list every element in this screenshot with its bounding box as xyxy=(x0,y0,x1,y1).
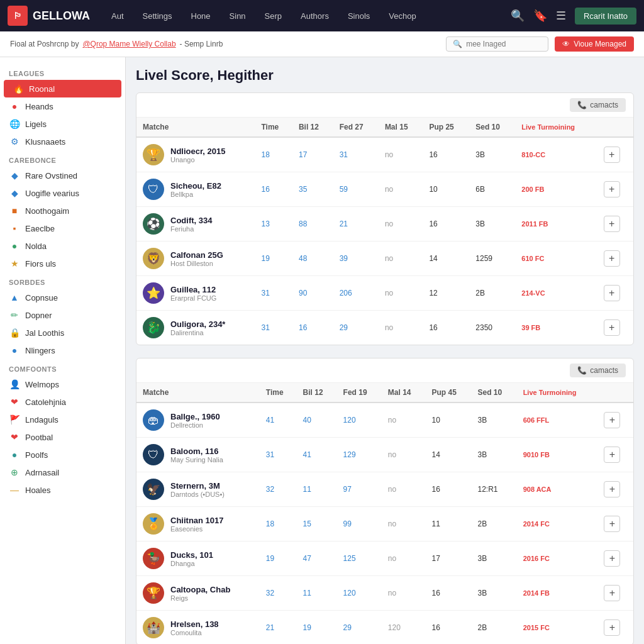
bookmark-icon-btn[interactable]: 🔖 xyxy=(533,9,547,23)
search-icon-btn[interactable]: 🔍 xyxy=(511,9,525,23)
sidebar-label: Eaeclbe xyxy=(25,224,55,233)
team-logo-6: 🏰 xyxy=(143,617,164,638)
cell-match-3: 🦁 Calfonan 25G Host Dilleston xyxy=(136,242,255,276)
team-logo-4: ⭐ xyxy=(143,282,164,304)
add-button-3[interactable]: + xyxy=(604,250,620,267)
cell-pup-5: 16 xyxy=(426,576,472,611)
add-button-3[interactable]: + xyxy=(604,516,620,532)
sidebar-item-copnsue[interactable]: ▲ Copnsue xyxy=(0,289,125,306)
add-button-4[interactable]: + xyxy=(604,550,620,567)
cell-time-3: 18 xyxy=(260,507,297,541)
table-row: ⭐ Guillea, 112 Erarpral FCUG 31 90 206 n… xyxy=(136,276,633,311)
sidebar-item-adrnasail[interactable]: ⊕ Adrnasail xyxy=(0,464,125,481)
add-button-5[interactable]: + xyxy=(604,319,620,336)
view-managed-button[interactable]: 👁 Vioue Menaged xyxy=(555,36,634,52)
sidebar-item-hoales[interactable]: — Hoales xyxy=(0,481,125,499)
match-name-3: Calfonan 25G xyxy=(170,250,223,260)
sidebar-item-nlingers[interactable]: ● Nlingers xyxy=(0,341,125,359)
nav-serp[interactable]: Serp xyxy=(261,9,286,23)
cell-add-4[interactable]: + xyxy=(597,541,633,576)
nav-settings[interactable]: Settings xyxy=(139,9,176,23)
sub-link[interactable]: @Qrop Mame Wielly Collab xyxy=(82,40,175,48)
sidebar-label: Nolda xyxy=(25,242,47,251)
add-button-0[interactable]: + xyxy=(604,412,620,428)
sidebar-item-uogifle[interactable]: ◆ Uogifle vearius xyxy=(0,184,125,202)
sidebar-label: Nlingers xyxy=(25,346,55,355)
sidebar-item-pootbal[interactable]: ❤ Pootbal xyxy=(0,428,125,446)
add-button-1[interactable]: + xyxy=(604,181,620,197)
cell-time-3: 19 xyxy=(255,242,292,276)
table-row: 🦆 Ducks, 101 Dhanga 19 47 125 no 17 3B 2… xyxy=(136,541,633,576)
sidebar-item-poolfs[interactable]: ● Poolfs xyxy=(0,446,125,464)
sidebar-item-fiors[interactable]: ★ Fiors uls xyxy=(0,255,125,272)
cell-add-3[interactable]: + xyxy=(597,242,633,276)
main-content: Livel Score, Hegither 📞 camacts Matche T… xyxy=(126,57,644,644)
match-sub-0: Unango xyxy=(170,156,225,164)
cell-live-4: 2016 FC xyxy=(517,541,598,576)
cell-add-1[interactable]: + xyxy=(597,438,633,472)
contacts-bar-2: 📞 camacts xyxy=(136,358,633,383)
sidebar-item-welmops[interactable]: 👤 Welmops xyxy=(0,375,125,393)
sidebar-item-ligels[interactable]: 🌐 Ligels xyxy=(0,115,125,133)
table-row: 🏰 Hrelsen, 138 Comoulita 21 19 29 120 16… xyxy=(136,611,633,645)
cell-add-0[interactable]: + xyxy=(597,402,633,438)
cell-pup-2: 16 xyxy=(423,207,469,242)
cell-live-6: 2015 FC xyxy=(517,611,598,645)
sidebar: Leagues 🔥 Roonal ● Heands 🌐 Ligels ⚙ Klu… xyxy=(0,57,126,644)
cell-add-5[interactable]: + xyxy=(597,311,633,345)
add-button-6[interactable]: + xyxy=(604,619,620,636)
add-button-4[interactable]: + xyxy=(604,285,620,301)
nav-aut[interactable]: Aut xyxy=(108,9,128,23)
add-button-0[interactable]: + xyxy=(604,147,620,163)
add-button-2[interactable]: + xyxy=(604,216,620,232)
table-row: 🏆 Ndlioecr, 2015 Unango 18 17 31 no 16 3… xyxy=(136,137,633,172)
cell-mal-1: no xyxy=(379,172,423,207)
sidebar-label: Pootbal xyxy=(25,433,53,442)
cell-fed-1: 129 xyxy=(337,438,382,472)
sidebar-item-noothogaim[interactable]: ■ Noothogaim xyxy=(0,202,125,219)
menu-icon-btn[interactable]: ☰ xyxy=(556,9,566,23)
nav-sinols[interactable]: Sinols xyxy=(344,9,374,23)
sidebar-item-klusnaaets[interactable]: ⚙ Klusnaaets xyxy=(0,133,125,150)
cell-add-6[interactable]: + xyxy=(597,611,633,645)
contacts-button-2[interactable]: 📞 camacts xyxy=(570,364,626,377)
th-time-1: Time xyxy=(255,118,292,137)
cell-sed-0: 3B xyxy=(469,137,515,172)
sidebar-item-roonal[interactable]: 🔥 Roonal xyxy=(4,80,121,97)
cell-fed-5: 29 xyxy=(333,311,379,345)
team-logo-0: 🏆 xyxy=(143,144,164,165)
cell-add-2[interactable]: + xyxy=(597,207,633,242)
team-logo-3: 🏅 xyxy=(143,513,164,535)
nav-sinn[interactable]: Sinn xyxy=(226,9,250,23)
cell-match-5: 🐉 Ouligora, 234* Dalirentina xyxy=(136,311,255,345)
cell-add-4[interactable]: + xyxy=(597,276,633,311)
sidebar-item-catolehjnia[interactable]: ❤ Catolehjnia xyxy=(0,393,125,411)
cell-add-1[interactable]: + xyxy=(597,172,633,207)
sidebar-item-jal[interactable]: 🔒 Jal Loothis xyxy=(0,324,125,341)
contacts-button-1[interactable]: 📞 camacts xyxy=(570,98,626,112)
sidebar-item-nolda[interactable]: ● Nolda xyxy=(0,237,125,255)
sidebar-item-lndaguls[interactable]: 🚩 Lndaguls xyxy=(0,411,125,428)
sidebar-item-dopner[interactable]: ✏ Dopner xyxy=(0,306,125,324)
sidebar-item-rare[interactable]: ◆ Rare Ovstined xyxy=(0,167,125,184)
cell-add-3[interactable]: + xyxy=(597,507,633,541)
match-name-1: Baloom, 116 xyxy=(170,447,223,456)
match-sub-0: Dellrection xyxy=(170,421,220,429)
nav-vechop[interactable]: Vechop xyxy=(385,9,419,23)
sidebar-item-heands[interactable]: ● Heands xyxy=(0,97,125,115)
add-button-1[interactable]: + xyxy=(604,447,620,463)
search-input[interactable] xyxy=(466,40,541,48)
nav-authors[interactable]: Authors xyxy=(297,9,333,23)
nav-hone[interactable]: Hone xyxy=(187,9,214,23)
match-name-4: Ducks, 101 xyxy=(170,550,213,560)
cell-bil-6: 19 xyxy=(297,611,337,645)
gear-icon: ⚙ xyxy=(9,136,20,147)
sidebar-item-eaeclbe[interactable]: ▪ Eaeclbe xyxy=(0,219,125,237)
add-button-5[interactable]: + xyxy=(604,585,620,601)
cell-add-5[interactable]: + xyxy=(597,576,633,611)
cell-add-0[interactable]: + xyxy=(597,137,633,172)
cell-fed-4: 125 xyxy=(337,541,382,576)
add-button-2[interactable]: + xyxy=(604,481,620,497)
cell-add-2[interactable]: + xyxy=(597,472,633,507)
user-button[interactable]: Rcarit Inatto xyxy=(575,8,636,25)
